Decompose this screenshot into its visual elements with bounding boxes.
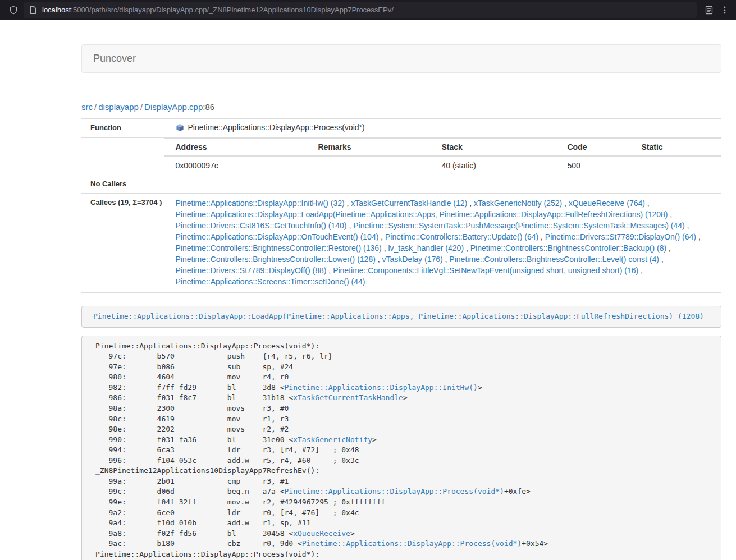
callee-link[interactable]: xTaskGenericNotify (252) bbox=[474, 199, 562, 208]
selected-symbol-box: Pinetime::Applications::DisplayApp::Load… bbox=[81, 306, 721, 328]
navbar: Puncover bbox=[81, 44, 721, 73]
no-callers-cell bbox=[164, 175, 721, 194]
callee-link[interactable]: Pinetime::Applications::Screens::Timer::… bbox=[176, 277, 365, 286]
callee-link[interactable]: Pinetime::System::SystemTask::PushMessag… bbox=[353, 221, 685, 230]
stack-value: 40 (static) bbox=[431, 156, 556, 175]
disassembly-symbol-link[interactable]: xTaskGenericNotify bbox=[293, 435, 372, 444]
callee-link[interactable]: Pinetime::Controllers::BrightnessControl… bbox=[470, 244, 666, 253]
col-header-remarks: Remarks bbox=[307, 139, 431, 157]
disassembly-symbol-link[interactable]: xQueueReceive bbox=[293, 529, 350, 538]
metrics-table: Address Remarks Stack Code Static 0x0000… bbox=[164, 138, 722, 175]
breadcrumb: src/displayapp/DisplayApp.cpp:86 bbox=[81, 102, 721, 112]
static-value bbox=[630, 156, 722, 175]
col-header-code: Code bbox=[556, 139, 630, 157]
col-header-static: Static bbox=[630, 139, 722, 157]
callee-link[interactable]: xTaskGetCurrentTaskHandle (12) bbox=[351, 199, 467, 208]
callee-link[interactable]: Pinetime::Controllers::BrightnessControl… bbox=[449, 255, 659, 264]
callee-link[interactable]: Pinetime::Applications::DisplayApp::Load… bbox=[176, 210, 668, 219]
reader-mode-icon[interactable] bbox=[705, 6, 714, 15]
code-value: 500 bbox=[556, 156, 630, 175]
breadcrumb-separator: / bbox=[140, 102, 143, 112]
disassembly-symbol-link[interactable]: Pinetime::Applications::DisplayApp::Proc… bbox=[285, 487, 504, 495]
function-name: Pinetime::Applications::DisplayApp::Proc… bbox=[188, 123, 365, 132]
function-row: Function Pinetime::Applications::Display… bbox=[81, 119, 721, 138]
disassembly-symbol-link[interactable]: xTaskGetCurrentTaskHandle bbox=[293, 393, 403, 402]
callees-header: Callees (19, Σ=3704 ) bbox=[81, 194, 164, 293]
metrics-cell: Address Remarks Stack Code Static 0x0000… bbox=[164, 138, 721, 175]
callees-row: Callees (19, Σ=3704 ) Pinetime::Applicat… bbox=[81, 194, 721, 293]
no-callers-header: No Callers bbox=[81, 175, 164, 194]
disassembly-symbol-link[interactable]: Pinetime::Applications::DisplayApp::Proc… bbox=[302, 539, 522, 548]
callee-link[interactable]: vTaskDelay (176) bbox=[382, 255, 443, 264]
remarks-value bbox=[307, 156, 431, 175]
callee-link[interactable]: Pinetime::Drivers::Cst816S::GetTouchInfo… bbox=[176, 221, 347, 230]
breadcrumb-link-file[interactable]: DisplayApp.cpp bbox=[144, 102, 203, 112]
callee-link[interactable]: lv_task_handler (420) bbox=[388, 244, 464, 253]
no-callers-row: No Callers bbox=[81, 175, 721, 194]
callee-link[interactable]: Pinetime::Applications::DisplayApp::OnTo… bbox=[176, 232, 379, 241]
page-content: Puncover src/displayapp/DisplayApp.cpp:8… bbox=[81, 44, 721, 560]
browser-toolbar: localhost:5000/path/src/displayapp/Displ… bbox=[0, 0, 736, 20]
line-number: :86 bbox=[203, 102, 214, 112]
col-header-address: Address bbox=[164, 139, 307, 157]
url-path: :5000/path/src/displayapp/DisplayApp.cpp… bbox=[71, 6, 394, 14]
menu-icon[interactable] bbox=[724, 6, 726, 15]
divider bbox=[81, 89, 721, 89]
callee-link[interactable]: xQueueReceive (764) bbox=[569, 199, 645, 208]
callee-link[interactable]: Pinetime::Components::LittleVgl::SetNewT… bbox=[333, 266, 638, 275]
shield-icon[interactable] bbox=[9, 6, 18, 15]
callee-link[interactable]: Pinetime::Applications::DisplayApp::Init… bbox=[176, 199, 345, 208]
url-host: localhost bbox=[42, 6, 71, 14]
disassembly: Pinetime::Applications::DisplayApp::Proc… bbox=[81, 336, 721, 560]
symbol-table: Function Pinetime::Applications::Display… bbox=[81, 118, 721, 293]
selected-symbol-link[interactable]: Pinetime::Applications::DisplayApp::Load… bbox=[93, 312, 704, 320]
method-icon bbox=[176, 123, 184, 134]
url-text: localhost:5000/path/src/displayapp/Displ… bbox=[42, 6, 394, 14]
breadcrumb-separator: / bbox=[94, 102, 97, 112]
disassembly-symbol-link[interactable]: Pinetime::Applications::DisplayApp::Init… bbox=[285, 383, 478, 392]
metrics-row: Address Remarks Stack Code Static 0x0000… bbox=[81, 138, 721, 175]
metrics-value-row: 0x0000097c 40 (static) 500 bbox=[164, 156, 722, 175]
page-icon bbox=[29, 6, 37, 15]
brand-link[interactable]: Puncover bbox=[93, 53, 136, 65]
callee-link[interactable]: Pinetime::Controllers::BrightnessControl… bbox=[176, 255, 376, 264]
callee-link[interactable]: Pinetime::Controllers::BrightnessControl… bbox=[176, 244, 382, 253]
metrics-header-row: Address Remarks Stack Code Static bbox=[164, 139, 722, 157]
function-header: Function bbox=[81, 119, 164, 138]
callee-link[interactable]: Pinetime::Drivers::St7789::DisplayOff() … bbox=[176, 266, 327, 275]
url-bar[interactable]: localhost:5000/path/src/displayapp/Displ… bbox=[24, 2, 697, 18]
col-header-stack: Stack bbox=[431, 139, 556, 157]
callee-link[interactable]: Pinetime::Controllers::Battery::Update()… bbox=[385, 232, 538, 241]
callee-link[interactable]: Pinetime::Drivers::St7789::DisplayOn() (… bbox=[545, 232, 696, 241]
address-value: 0x0000097c bbox=[164, 156, 307, 175]
breadcrumb-link-src[interactable]: src bbox=[81, 102, 93, 112]
breadcrumb-link-displayapp[interactable]: displayapp bbox=[98, 102, 139, 112]
callees-cell: Pinetime::Applications::DisplayApp::Init… bbox=[164, 194, 721, 293]
function-cell: Pinetime::Applications::DisplayApp::Proc… bbox=[164, 119, 721, 138]
metrics-header-spacer bbox=[81, 138, 164, 175]
